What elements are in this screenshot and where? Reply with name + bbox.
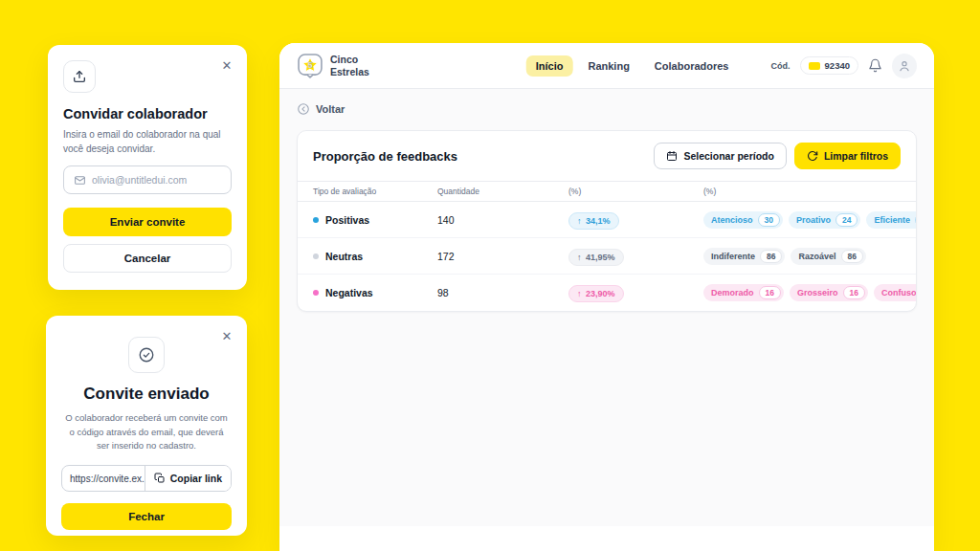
user-avatar[interactable] xyxy=(892,54,917,78)
main-nav: InícioRankingColaboradores xyxy=(526,55,739,77)
gray-dot-icon xyxy=(313,253,319,259)
table-row-negativas: Negativas98↑ 23,90%Demorado16Grosseiro16… xyxy=(298,275,916,311)
bell-icon[interactable] xyxy=(868,58,882,73)
blue-dot-icon xyxy=(313,217,319,223)
quantity-value: 140 xyxy=(437,214,568,226)
back-label: Voltar xyxy=(316,103,345,115)
percent-badge: ↑ 34,1% xyxy=(568,212,619,230)
tag-label: Proativo xyxy=(796,215,831,225)
card-header: Proporção de feedbacks Selecionar períod… xyxy=(298,131,916,181)
table-row-neutras: Neutras172↑ 41,95%Indiferente86Razoável8… xyxy=(298,238,916,275)
cancel-button[interactable]: Cancelar xyxy=(63,244,232,273)
arrow-up-icon: ↑ xyxy=(577,289,582,298)
column-header-3: (%) xyxy=(568,187,703,196)
invite-link-field[interactable]: https://convite.ex... xyxy=(62,466,145,491)
tag-atencioso[interactable]: Atencioso30 xyxy=(703,211,783,229)
email-field-wrap xyxy=(63,165,232,194)
evaluation-type-label: Positivas xyxy=(325,214,369,226)
tag-count: 22 xyxy=(915,213,917,227)
arrow-up-icon: ↑ xyxy=(577,216,582,226)
star-number: 5 xyxy=(308,60,313,70)
tag-label: Razoável xyxy=(798,252,835,261)
code-badge: 92340 xyxy=(800,56,858,75)
column-header-2: Quantidade xyxy=(437,187,568,196)
close-icon[interactable]: ✕ xyxy=(218,327,235,344)
column-header-4: (%) xyxy=(703,187,901,196)
tag-label: Demorado xyxy=(711,288,754,298)
send-invite-button[interactable]: Enviar convite xyxy=(63,208,232,236)
tag-count: 86 xyxy=(841,250,863,263)
arrow-up-icon: ↑ xyxy=(577,253,582,262)
tag-count: 16 xyxy=(759,286,781,299)
percent-cell: ↑ 34,1% xyxy=(568,210,703,230)
copy-icon xyxy=(154,473,166,484)
evaluation-type-cell: Negativas xyxy=(313,287,437,298)
tags-cell: Atencioso30Proativo24Eficiente22+4 xyxy=(703,211,917,229)
percent-cell: ↑ 41,95% xyxy=(568,247,703,266)
select-period-button[interactable]: Selecionar período xyxy=(654,143,787,169)
tag-confuso[interactable]: Confuso16 xyxy=(874,284,917,301)
email-field[interactable] xyxy=(92,174,221,186)
tag-label: Atencioso xyxy=(711,215,753,225)
check-circle-icon xyxy=(128,337,165,373)
card-title: Proporção de feedbacks xyxy=(313,149,457,164)
invite-collaborator-modal: ✕ Convidar colaborador Insira o email do… xyxy=(48,45,247,290)
tag-count: 24 xyxy=(835,213,858,227)
nav-item-ranking[interactable]: Ranking xyxy=(578,55,638,77)
pink-dot-icon xyxy=(313,290,319,296)
invite-link-group: https://convite.ex... Copiar link xyxy=(61,465,232,492)
arrow-left-circle-icon xyxy=(297,102,310,116)
table-body: Positivas140↑ 34,1%Atencioso30Proativo24… xyxy=(298,202,916,311)
refresh-icon xyxy=(807,150,818,162)
modal-title: Convidar colaborador xyxy=(63,106,232,121)
modal-body: O colaborador receberá um convite com o … xyxy=(61,411,232,453)
table-row-positivas: Positivas140↑ 34,1%Atencioso30Proativo24… xyxy=(298,202,916,238)
code-label: Cód. xyxy=(771,61,791,71)
evaluation-type-cell: Positivas xyxy=(313,214,437,226)
code-value: 92340 xyxy=(825,60,850,71)
app-window: 5 Cinco Estrelas InícioRankingColaborado… xyxy=(279,43,934,551)
header-right: Cód. 92340 xyxy=(771,54,917,78)
back-button[interactable]: Voltar xyxy=(297,102,345,116)
app-footer xyxy=(279,526,934,551)
percent-value: 34,1% xyxy=(584,216,611,226)
brand-name: Cinco Estrelas xyxy=(330,54,369,77)
app-content: Voltar Proporção de feedbacks Selecionar… xyxy=(279,89,934,526)
tag-proativo[interactable]: Proativo24 xyxy=(789,211,860,229)
percent-badge: ↑ 41,95% xyxy=(568,249,624,266)
percent-badge: ↑ 23,90% xyxy=(568,285,624,302)
nav-item-colaboradores[interactable]: Colaboradores xyxy=(645,55,739,77)
nav-item-inicio[interactable]: Início xyxy=(526,55,573,77)
tag-label: Indiferente xyxy=(711,252,755,261)
clear-filters-label: Limpar filtros xyxy=(824,150,888,162)
tag-label: Eficiente xyxy=(874,215,910,225)
close-button[interactable]: Fechar xyxy=(61,503,232,530)
copy-link-button[interactable]: Copiar link xyxy=(145,466,231,491)
tags-cell: Demorado16Grosseiro16Confuso16+3 xyxy=(703,284,917,301)
card-actions: Selecionar período Limpar filtros xyxy=(654,143,901,169)
tag-demorado[interactable]: Demorado16 xyxy=(703,284,784,301)
app-header: 5 Cinco Estrelas InícioRankingColaborado… xyxy=(279,43,934,89)
mail-icon xyxy=(74,174,86,187)
quantity-cell: 172 xyxy=(437,251,568,262)
percent-value: 41,95% xyxy=(584,253,615,262)
clear-filters-button[interactable]: Limpar filtros xyxy=(794,143,901,169)
code-chip-icon xyxy=(809,62,820,70)
evaluation-type-cell: Neutras xyxy=(313,251,437,262)
brand-logo[interactable]: 5 Cinco Estrelas xyxy=(297,53,369,79)
calendar-icon xyxy=(666,150,678,162)
close-icon[interactable]: ✕ xyxy=(218,56,235,74)
quantity-cell: 98 xyxy=(437,287,568,298)
tag-razoavel[interactable]: Razoável86 xyxy=(791,248,866,265)
modal-title: Convite enviado xyxy=(61,385,232,404)
upload-icon xyxy=(63,60,96,93)
modal-subtitle: Insira o email do colaborador na qual vo… xyxy=(63,127,232,156)
tag-count: 30 xyxy=(758,213,780,227)
quantity-value: 172 xyxy=(437,251,568,262)
quantity-value: 98 xyxy=(437,287,568,298)
evaluation-type-label: Neutras xyxy=(325,251,363,262)
tag-grosseiro[interactable]: Grosseiro16 xyxy=(790,284,868,301)
tag-indiferente[interactable]: Indiferente86 xyxy=(703,248,785,265)
table-header-row: Tipo de avaliaçãoQuantidade(%)(%) xyxy=(298,181,916,202)
tag-eficiente[interactable]: Eficiente22 xyxy=(866,211,917,229)
